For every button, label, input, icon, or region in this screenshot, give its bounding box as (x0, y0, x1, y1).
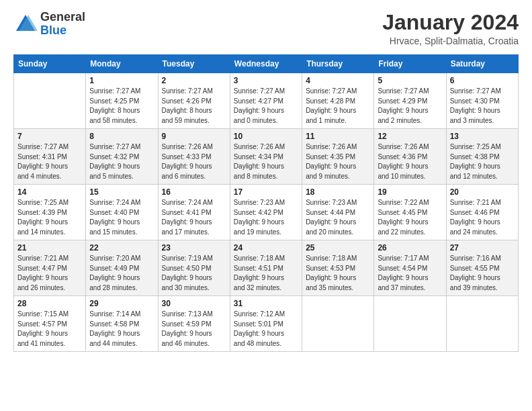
calendar-week-row: 28Sunrise: 7:15 AMSunset: 4:57 PMDayligh… (14, 296, 519, 352)
table-row: 12Sunrise: 7:26 AMSunset: 4:36 PMDayligh… (374, 129, 446, 185)
table-row: 25Sunrise: 7:18 AMSunset: 4:53 PMDayligh… (302, 240, 374, 296)
day-number: 28 (17, 299, 82, 308)
table-row (446, 296, 518, 352)
col-monday: Monday (86, 55, 158, 73)
table-row: 21Sunrise: 7:21 AMSunset: 4:47 PMDayligh… (14, 240, 86, 296)
day-info: Sunrise: 7:23 AMSunset: 4:44 PMDaylight:… (306, 198, 370, 237)
day-number: 19 (378, 187, 442, 197)
table-row: 10Sunrise: 7:26 AMSunset: 4:34 PMDayligh… (230, 129, 302, 185)
col-wednesday: Wednesday (230, 55, 302, 73)
day-info: Sunrise: 7:13 AMSunset: 4:59 PMDaylight:… (162, 310, 226, 349)
day-info: Sunrise: 7:18 AMSunset: 4:51 PMDaylight:… (234, 254, 298, 293)
table-row: 24Sunrise: 7:18 AMSunset: 4:51 PMDayligh… (230, 240, 302, 296)
table-row: 28Sunrise: 7:15 AMSunset: 4:57 PMDayligh… (14, 296, 86, 352)
day-info: Sunrise: 7:14 AMSunset: 4:58 PMDaylight:… (89, 310, 154, 349)
month-year: January 2024 (382, 11, 519, 34)
logo-general-text: General (40, 11, 85, 24)
day-number: 8 (89, 132, 154, 141)
day-info: Sunrise: 7:26 AMSunset: 4:33 PMDaylight:… (162, 142, 226, 181)
table-row: 3Sunrise: 7:27 AMSunset: 4:27 PMDaylight… (230, 73, 302, 129)
table-row: 17Sunrise: 7:23 AMSunset: 4:42 PMDayligh… (230, 185, 302, 240)
day-number: 24 (234, 243, 298, 253)
day-number: 9 (162, 132, 226, 141)
day-number: 7 (17, 132, 82, 141)
calendar-table: Sunday Monday Tuesday Wednesday Thursday… (13, 54, 519, 352)
day-number: 29 (89, 299, 154, 308)
day-number: 6 (450, 76, 515, 85)
table-row: 14Sunrise: 7:25 AMSunset: 4:39 PMDayligh… (14, 185, 86, 240)
col-saturday: Saturday (446, 55, 518, 73)
table-row: 1Sunrise: 7:27 AMSunset: 4:25 PMDaylight… (86, 73, 158, 129)
day-number: 3 (234, 76, 298, 85)
col-thursday: Thursday (302, 55, 374, 73)
day-info: Sunrise: 7:27 AMSunset: 4:28 PMDaylight:… (306, 87, 370, 126)
day-info: Sunrise: 7:21 AMSunset: 4:47 PMDaylight:… (17, 254, 82, 293)
table-row: 5Sunrise: 7:27 AMSunset: 4:29 PMDaylight… (374, 73, 446, 129)
day-number: 13 (450, 132, 515, 141)
day-number: 21 (17, 243, 82, 253)
day-number: 20 (450, 187, 515, 197)
calendar-week-row: 14Sunrise: 7:25 AMSunset: 4:39 PMDayligh… (14, 185, 519, 240)
col-sunday: Sunday (14, 55, 86, 73)
logo: General Blue (13, 11, 85, 38)
day-info: Sunrise: 7:17 AMSunset: 4:54 PMDaylight:… (378, 254, 442, 293)
day-number: 31 (234, 299, 298, 308)
header: General Blue January 2024 Hrvace, Split-… (13, 11, 519, 46)
day-info: Sunrise: 7:18 AMSunset: 4:53 PMDaylight:… (306, 254, 370, 293)
location: Hrvace, Split-Dalmatia, Croatia (382, 36, 519, 46)
calendar-week-row: 7Sunrise: 7:27 AMSunset: 4:31 PMDaylight… (14, 129, 519, 185)
day-info: Sunrise: 7:21 AMSunset: 4:46 PMDaylight:… (450, 198, 515, 237)
day-info: Sunrise: 7:27 AMSunset: 4:29 PMDaylight:… (378, 87, 442, 126)
day-number: 10 (234, 132, 298, 141)
day-number: 25 (306, 243, 370, 253)
day-info: Sunrise: 7:20 AMSunset: 4:49 PMDaylight:… (89, 254, 154, 293)
day-number: 15 (89, 187, 154, 197)
table-row (374, 296, 446, 352)
table-row: 4Sunrise: 7:27 AMSunset: 4:28 PMDaylight… (302, 73, 374, 129)
table-row: 15Sunrise: 7:24 AMSunset: 4:40 PMDayligh… (86, 185, 158, 240)
day-number: 23 (162, 243, 226, 253)
day-info: Sunrise: 7:26 AMSunset: 4:34 PMDaylight:… (234, 142, 298, 181)
day-number: 30 (162, 299, 226, 308)
calendar-header-row: Sunday Monday Tuesday Wednesday Thursday… (14, 55, 519, 73)
table-row: 26Sunrise: 7:17 AMSunset: 4:54 PMDayligh… (374, 240, 446, 296)
table-row: 29Sunrise: 7:14 AMSunset: 4:58 PMDayligh… (86, 296, 158, 352)
day-info: Sunrise: 7:27 AMSunset: 4:27 PMDaylight:… (234, 87, 298, 126)
table-row: 31Sunrise: 7:12 AMSunset: 5:01 PMDayligh… (230, 296, 302, 352)
day-number: 18 (306, 187, 370, 197)
day-number: 12 (378, 132, 442, 141)
table-row: 8Sunrise: 7:27 AMSunset: 4:32 PMDaylight… (86, 129, 158, 185)
table-row: 9Sunrise: 7:26 AMSunset: 4:33 PMDaylight… (158, 129, 230, 185)
day-info: Sunrise: 7:16 AMSunset: 4:55 PMDaylight:… (450, 254, 515, 293)
table-row: 23Sunrise: 7:19 AMSunset: 4:50 PMDayligh… (158, 240, 230, 296)
table-row: 19Sunrise: 7:22 AMSunset: 4:45 PMDayligh… (374, 185, 446, 240)
day-info: Sunrise: 7:27 AMSunset: 4:30 PMDaylight:… (450, 87, 515, 126)
day-info: Sunrise: 7:22 AMSunset: 4:45 PMDaylight:… (378, 198, 442, 237)
table-row: 16Sunrise: 7:24 AMSunset: 4:41 PMDayligh… (158, 185, 230, 240)
day-number: 2 (162, 76, 226, 85)
table-row: 6Sunrise: 7:27 AMSunset: 4:30 PMDaylight… (446, 73, 518, 129)
page: General Blue January 2024 Hrvace, Split-… (0, 0, 532, 411)
col-friday: Friday (374, 55, 446, 73)
day-number: 27 (450, 243, 515, 253)
day-number: 1 (89, 76, 154, 85)
logo-icon (13, 12, 38, 36)
day-info: Sunrise: 7:19 AMSunset: 4:50 PMDaylight:… (162, 254, 226, 293)
day-info: Sunrise: 7:24 AMSunset: 4:41 PMDaylight:… (162, 198, 226, 237)
day-info: Sunrise: 7:26 AMSunset: 4:36 PMDaylight:… (378, 142, 442, 181)
table-row: 27Sunrise: 7:16 AMSunset: 4:55 PMDayligh… (446, 240, 518, 296)
day-number: 5 (378, 76, 442, 85)
day-info: Sunrise: 7:23 AMSunset: 4:42 PMDaylight:… (234, 198, 298, 237)
table-row: 11Sunrise: 7:26 AMSunset: 4:35 PMDayligh… (302, 129, 374, 185)
col-tuesday: Tuesday (158, 55, 230, 73)
day-info: Sunrise: 7:27 AMSunset: 4:31 PMDaylight:… (17, 142, 82, 181)
day-info: Sunrise: 7:25 AMSunset: 4:38 PMDaylight:… (450, 142, 515, 181)
calendar-week-row: 21Sunrise: 7:21 AMSunset: 4:47 PMDayligh… (14, 240, 519, 296)
day-number: 22 (89, 243, 154, 253)
day-number: 11 (306, 132, 370, 141)
day-info: Sunrise: 7:25 AMSunset: 4:39 PMDaylight:… (17, 198, 82, 237)
day-info: Sunrise: 7:24 AMSunset: 4:40 PMDaylight:… (89, 198, 154, 237)
day-number: 14 (17, 187, 82, 197)
day-number: 16 (162, 187, 226, 197)
day-info: Sunrise: 7:27 AMSunset: 4:26 PMDaylight:… (162, 87, 226, 126)
